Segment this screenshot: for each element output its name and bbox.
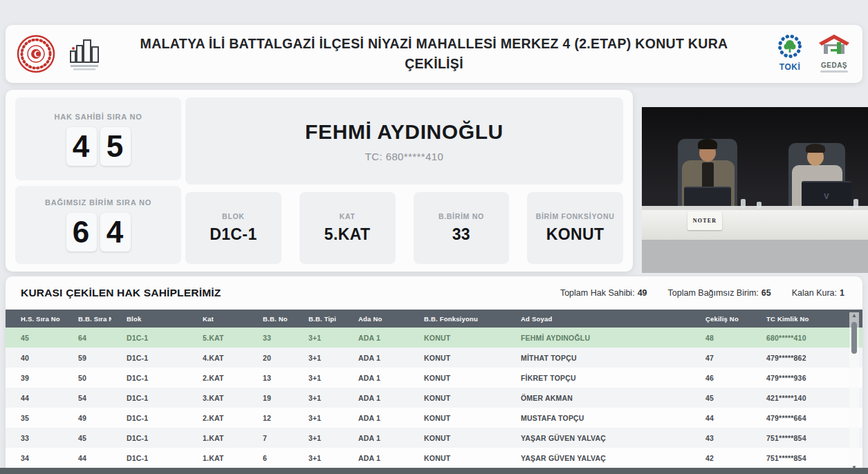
- draw-result-panel: HAK SAHİBİ SIRA NO 45 BAĞIMSIZ BİRİM SIR…: [6, 90, 633, 272]
- bagimsiz-birim-sira-no-digits: 64: [66, 213, 131, 252]
- table-cell: 45: [6, 328, 63, 348]
- table-cell: ADA 1: [343, 408, 409, 428]
- table-cell: 40: [6, 348, 63, 368]
- table-cell: 479*****664: [751, 408, 862, 428]
- live-video-feed: V NOTER: [642, 107, 868, 273]
- digit-card: 4: [100, 213, 131, 252]
- table-cell: 42: [690, 448, 751, 468]
- table-cell: 45: [63, 428, 111, 448]
- table-cell: 64: [63, 328, 111, 348]
- results-table-header: H.S. Sıra NoB.B. Sıra NoBlokKatB.B. NoB.…: [6, 310, 862, 328]
- table-cell: D1C-1: [111, 448, 187, 468]
- table-cell: 680*****410: [751, 328, 862, 348]
- table-cell: 35: [6, 408, 63, 428]
- unit-info-label: BİRİM FONKSİYONU: [536, 212, 615, 220]
- winner-name: FEHMİ AYDINOĞLU: [305, 120, 504, 144]
- table-cell: 1.KAT: [187, 428, 248, 448]
- table-cell: KONUT: [409, 368, 506, 388]
- table-cell: KONUT: [409, 348, 506, 368]
- bagimsiz-birim-sira-no-label: BAĞIMSIZ BİRİM SIRA NO: [45, 198, 151, 207]
- bagimsiz-birim-sira-no-box: BAĞIMSIZ BİRİM SIRA NO 64: [15, 186, 181, 264]
- results-table: H.S. Sıra NoB.B. Sıra NoBlokKatB.B. NoB.…: [6, 310, 862, 468]
- hak-sahibi-sira-no-label: HAK SAHİBİ SIRA NO: [54, 113, 142, 121]
- table-cell: MİTHAT TOPÇU: [506, 348, 690, 368]
- column-header: TC Kimlik No: [751, 310, 862, 328]
- video-floor: [642, 240, 868, 273]
- scrollbar-up-icon[interactable]: ▲: [851, 312, 857, 319]
- table-cell: 3+1: [293, 348, 343, 368]
- hak-sahibi-sira-no-box: HAK SAHİBİ SIRA NO 45: [15, 97, 181, 180]
- table-header-row: KURASI ÇEKİLEN HAK SAHİPLERİMİZ Toplam H…: [6, 276, 862, 310]
- table-row: 3345D1C-11.KAT73+1ADA 1KONUTYAŞAR GÜVEN …: [6, 428, 862, 448]
- table-cell: KONUT: [409, 328, 506, 348]
- table-cell: ADA 1: [343, 328, 409, 348]
- table-cell: FEHMİ AYDINOĞLU: [506, 328, 690, 348]
- table-cell: 43: [690, 428, 751, 448]
- column-header: Ada No: [343, 310, 409, 328]
- winner-name-panel: FEHMİ AYDINOĞLU TC: 680*****410: [185, 97, 623, 184]
- table-cell: 479*****936: [751, 368, 862, 388]
- column-header: B.B. Fonksiyonu: [409, 310, 506, 328]
- table-scrollbar[interactable]: ▲ ▼: [849, 312, 859, 471]
- table-cell: ÖMER AKMAN: [506, 388, 690, 408]
- table-row: 3549D1C-12.KAT123+1ADA 1KONUTMUSTAFA TOP…: [6, 408, 862, 428]
- table-cell: 19: [248, 388, 293, 408]
- table-cell: 49: [63, 408, 111, 428]
- table-cell: 6: [248, 448, 293, 468]
- unit-info-value: KONUT: [546, 225, 604, 244]
- hak-sahibi-sira-no-digits: 45: [66, 127, 131, 166]
- totals-summary: Toplam Hak Sahibi:49Toplam Bağımsız Biri…: [560, 288, 844, 298]
- laptop-logo: V: [824, 192, 829, 200]
- header-bar: MALATYA İLİ BATTALGAZİ İLÇESİ NİYAZİ MAH…: [6, 25, 862, 83]
- table-cell: 751*****854: [751, 448, 862, 468]
- table-cell: D1C-1: [111, 328, 187, 348]
- table-cell: KONUT: [409, 388, 506, 408]
- total-item: Toplam Bağımsız Birim:65: [668, 288, 771, 298]
- results-table-panel: KURASI ÇEKİLEN HAK SAHİPLERİMİZ Toplam H…: [6, 276, 862, 474]
- table-cell: 2.KAT: [187, 368, 248, 388]
- total-item: Toplam Hak Sahibi:49: [560, 288, 647, 298]
- toki-logo: TOKİ: [771, 33, 809, 72]
- table-cell: YAŞAR GÜVEN YALVAÇ: [506, 428, 690, 448]
- video-progress-bar[interactable]: [0, 468, 868, 474]
- table-cell: 46: [690, 368, 751, 388]
- column-header: Kat: [187, 310, 248, 328]
- unit-info-value: D1C-1: [210, 225, 257, 244]
- table-cell: 3+1: [293, 368, 343, 388]
- column-header: H.S. Sıra No: [6, 310, 63, 328]
- gedas-logo-label: GEDAŞ: [815, 61, 853, 69]
- table-cell: ADA 1: [343, 448, 409, 468]
- table-cell: 3.KAT: [187, 388, 248, 408]
- table-cell: 54: [63, 388, 111, 408]
- table-row: 3444D1C-11.KAT63+1ADA 1KONUTYAŞAR GÜVEN …: [6, 448, 862, 468]
- table-cell: D1C-1: [111, 348, 187, 368]
- table-cell: 12: [248, 408, 293, 428]
- column-header: Çekiliş No: [690, 310, 751, 328]
- table-cell: 1.KAT: [187, 448, 248, 468]
- table-cell: 7: [248, 428, 293, 448]
- table-cell: 48: [690, 328, 751, 348]
- table-row: 4454D1C-13.KAT193+1ADA 1KONUTÖMER AKMAN4…: [6, 388, 862, 408]
- table-cell: 44: [6, 388, 63, 408]
- table-title: KURASI ÇEKİLEN HAK SAHİPLERİMİZ: [21, 287, 221, 299]
- winner-tc-number: TC: 680*****410: [365, 151, 444, 162]
- column-header: B.B. No: [248, 310, 293, 328]
- water-bottle: [853, 199, 858, 209]
- table-cell: 20: [248, 348, 293, 368]
- table-cell: 33: [248, 328, 293, 348]
- table-row: 4564D1C-15.KAT333+1ADA 1KONUTFEHMİ AYDIN…: [6, 328, 862, 348]
- digit-card: 5: [100, 127, 131, 166]
- government-seal-icon: [17, 35, 55, 73]
- table-cell: 44: [63, 448, 111, 468]
- table-cell: D1C-1: [111, 428, 187, 448]
- table-cell: 47: [690, 348, 751, 368]
- table-cell: YAŞAR GÜVEN YALVAÇ: [506, 448, 690, 468]
- unit-info-value: 5.KAT: [324, 225, 371, 244]
- table-cell: 45: [690, 388, 751, 408]
- scrollbar-thumb[interactable]: [851, 322, 857, 354]
- unit-info-value: 33: [452, 225, 470, 244]
- table-row: 4059D1C-14.KAT203+1ADA 1KONUTMİTHAT TOPÇ…: [6, 348, 862, 368]
- unit-info-row: BLOKD1C-1KAT5.KATB.BİRİM NO33BİRİM FONKS…: [185, 192, 623, 264]
- table-row: 3950D1C-12.KAT133+1ADA 1KONUTFİKRET TOPÇ…: [6, 368, 862, 388]
- table-cell: 3+1: [293, 408, 343, 428]
